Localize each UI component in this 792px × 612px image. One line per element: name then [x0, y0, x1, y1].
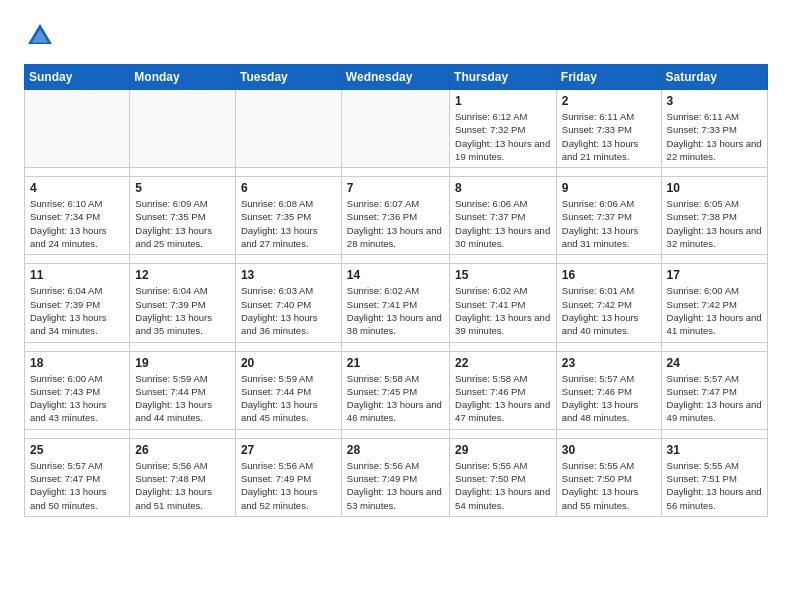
day-number: 15 [455, 268, 551, 282]
calendar-cell: 23Sunrise: 5:57 AM Sunset: 7:46 PM Dayli… [556, 351, 661, 429]
calendar-cell: 25Sunrise: 5:57 AM Sunset: 7:47 PM Dayli… [25, 438, 130, 516]
calendar-cell: 3Sunrise: 6:11 AM Sunset: 7:33 PM Daylig… [661, 90, 767, 168]
day-number: 1 [455, 94, 551, 108]
day-info: Sunrise: 6:03 AM Sunset: 7:40 PM Dayligh… [241, 284, 336, 337]
day-info: Sunrise: 6:12 AM Sunset: 7:32 PM Dayligh… [455, 110, 551, 163]
day-number: 11 [30, 268, 124, 282]
day-header-thursday: Thursday [450, 65, 557, 90]
calendar-cell: 6Sunrise: 6:08 AM Sunset: 7:35 PM Daylig… [235, 177, 341, 255]
day-number: 17 [667, 268, 762, 282]
calendar-cell: 30Sunrise: 5:55 AM Sunset: 7:50 PM Dayli… [556, 438, 661, 516]
day-info: Sunrise: 6:06 AM Sunset: 7:37 PM Dayligh… [455, 197, 551, 250]
day-info: Sunrise: 5:56 AM Sunset: 7:49 PM Dayligh… [347, 459, 444, 512]
calendar-cell: 4Sunrise: 6:10 AM Sunset: 7:34 PM Daylig… [25, 177, 130, 255]
day-number: 8 [455, 181, 551, 195]
day-info: Sunrise: 5:55 AM Sunset: 7:50 PM Dayligh… [562, 459, 656, 512]
calendar-cell: 20Sunrise: 5:59 AM Sunset: 7:44 PM Dayli… [235, 351, 341, 429]
day-info: Sunrise: 5:55 AM Sunset: 7:51 PM Dayligh… [667, 459, 762, 512]
calendar-cell: 5Sunrise: 6:09 AM Sunset: 7:35 PM Daylig… [130, 177, 236, 255]
day-number: 16 [562, 268, 656, 282]
calendar-cell: 26Sunrise: 5:56 AM Sunset: 7:48 PM Dayli… [130, 438, 236, 516]
day-header-sunday: Sunday [25, 65, 130, 90]
calendar-cell: 11Sunrise: 6:04 AM Sunset: 7:39 PM Dayli… [25, 264, 130, 342]
calendar-cell: 12Sunrise: 6:04 AM Sunset: 7:39 PM Dayli… [130, 264, 236, 342]
day-number: 2 [562, 94, 656, 108]
day-info: Sunrise: 6:04 AM Sunset: 7:39 PM Dayligh… [135, 284, 230, 337]
day-header-wednesday: Wednesday [341, 65, 449, 90]
calendar-cell: 9Sunrise: 6:06 AM Sunset: 7:37 PM Daylig… [556, 177, 661, 255]
calendar-cell: 1Sunrise: 6:12 AM Sunset: 7:32 PM Daylig… [450, 90, 557, 168]
day-info: Sunrise: 5:57 AM Sunset: 7:47 PM Dayligh… [30, 459, 124, 512]
day-number: 12 [135, 268, 230, 282]
day-number: 22 [455, 356, 551, 370]
calendar-week-row: 4Sunrise: 6:10 AM Sunset: 7:34 PM Daylig… [25, 177, 768, 255]
calendar-cell: 28Sunrise: 5:56 AM Sunset: 7:49 PM Dayli… [341, 438, 449, 516]
calendar-cell: 24Sunrise: 5:57 AM Sunset: 7:47 PM Dayli… [661, 351, 767, 429]
day-info: Sunrise: 6:06 AM Sunset: 7:37 PM Dayligh… [562, 197, 656, 250]
day-info: Sunrise: 6:05 AM Sunset: 7:38 PM Dayligh… [667, 197, 762, 250]
day-info: Sunrise: 6:09 AM Sunset: 7:35 PM Dayligh… [135, 197, 230, 250]
day-info: Sunrise: 6:00 AM Sunset: 7:43 PM Dayligh… [30, 372, 124, 425]
day-number: 18 [30, 356, 124, 370]
page: SundayMondayTuesdayWednesdayThursdayFrid… [0, 0, 792, 533]
calendar-cell: 16Sunrise: 6:01 AM Sunset: 7:42 PM Dayli… [556, 264, 661, 342]
day-number: 6 [241, 181, 336, 195]
day-info: Sunrise: 6:00 AM Sunset: 7:42 PM Dayligh… [667, 284, 762, 337]
day-number: 23 [562, 356, 656, 370]
day-info: Sunrise: 5:55 AM Sunset: 7:50 PM Dayligh… [455, 459, 551, 512]
day-info: Sunrise: 5:59 AM Sunset: 7:44 PM Dayligh… [135, 372, 230, 425]
day-number: 27 [241, 443, 336, 457]
calendar-week-row: 11Sunrise: 6:04 AM Sunset: 7:39 PM Dayli… [25, 264, 768, 342]
day-header-tuesday: Tuesday [235, 65, 341, 90]
calendar-cell: 31Sunrise: 5:55 AM Sunset: 7:51 PM Dayli… [661, 438, 767, 516]
day-info: Sunrise: 6:01 AM Sunset: 7:42 PM Dayligh… [562, 284, 656, 337]
day-header-saturday: Saturday [661, 65, 767, 90]
calendar-cell [341, 90, 449, 168]
calendar-cell: 27Sunrise: 5:56 AM Sunset: 7:49 PM Dayli… [235, 438, 341, 516]
calendar-header-row: SundayMondayTuesdayWednesdayThursdayFrid… [25, 65, 768, 90]
day-info: Sunrise: 6:04 AM Sunset: 7:39 PM Dayligh… [30, 284, 124, 337]
calendar-cell: 22Sunrise: 5:58 AM Sunset: 7:46 PM Dayli… [450, 351, 557, 429]
day-number: 9 [562, 181, 656, 195]
calendar-cell: 19Sunrise: 5:59 AM Sunset: 7:44 PM Dayli… [130, 351, 236, 429]
calendar-cell: 21Sunrise: 5:58 AM Sunset: 7:45 PM Dayli… [341, 351, 449, 429]
day-info: Sunrise: 6:10 AM Sunset: 7:34 PM Dayligh… [30, 197, 124, 250]
day-info: Sunrise: 5:58 AM Sunset: 7:46 PM Dayligh… [455, 372, 551, 425]
calendar-cell: 10Sunrise: 6:05 AM Sunset: 7:38 PM Dayli… [661, 177, 767, 255]
day-info: Sunrise: 5:56 AM Sunset: 7:49 PM Dayligh… [241, 459, 336, 512]
day-info: Sunrise: 5:56 AM Sunset: 7:48 PM Dayligh… [135, 459, 230, 512]
day-info: Sunrise: 6:02 AM Sunset: 7:41 PM Dayligh… [455, 284, 551, 337]
calendar-week-row: 25Sunrise: 5:57 AM Sunset: 7:47 PM Dayli… [25, 438, 768, 516]
day-info: Sunrise: 6:08 AM Sunset: 7:35 PM Dayligh… [241, 197, 336, 250]
day-info: Sunrise: 5:57 AM Sunset: 7:47 PM Dayligh… [667, 372, 762, 425]
calendar-cell: 15Sunrise: 6:02 AM Sunset: 7:41 PM Dayli… [450, 264, 557, 342]
day-info: Sunrise: 5:59 AM Sunset: 7:44 PM Dayligh… [241, 372, 336, 425]
header [24, 20, 768, 52]
calendar-cell: 29Sunrise: 5:55 AM Sunset: 7:50 PM Dayli… [450, 438, 557, 516]
calendar-cell [25, 90, 130, 168]
day-header-friday: Friday [556, 65, 661, 90]
logo-icon [24, 20, 56, 52]
calendar-cell: 7Sunrise: 6:07 AM Sunset: 7:36 PM Daylig… [341, 177, 449, 255]
day-number: 24 [667, 356, 762, 370]
day-number: 7 [347, 181, 444, 195]
day-number: 21 [347, 356, 444, 370]
day-info: Sunrise: 6:02 AM Sunset: 7:41 PM Dayligh… [347, 284, 444, 337]
calendar-cell [235, 90, 341, 168]
day-number: 25 [30, 443, 124, 457]
calendar-cell: 13Sunrise: 6:03 AM Sunset: 7:40 PM Dayli… [235, 264, 341, 342]
calendar-table: SundayMondayTuesdayWednesdayThursdayFrid… [24, 64, 768, 517]
day-header-monday: Monday [130, 65, 236, 90]
day-number: 30 [562, 443, 656, 457]
day-info: Sunrise: 5:58 AM Sunset: 7:45 PM Dayligh… [347, 372, 444, 425]
calendar-cell: 14Sunrise: 6:02 AM Sunset: 7:41 PM Dayli… [341, 264, 449, 342]
calendar-week-row: 18Sunrise: 6:00 AM Sunset: 7:43 PM Dayli… [25, 351, 768, 429]
day-number: 19 [135, 356, 230, 370]
day-number: 28 [347, 443, 444, 457]
day-number: 29 [455, 443, 551, 457]
day-number: 20 [241, 356, 336, 370]
day-info: Sunrise: 6:07 AM Sunset: 7:36 PM Dayligh… [347, 197, 444, 250]
day-info: Sunrise: 6:11 AM Sunset: 7:33 PM Dayligh… [562, 110, 656, 163]
calendar-week-row: 1Sunrise: 6:12 AM Sunset: 7:32 PM Daylig… [25, 90, 768, 168]
day-info: Sunrise: 5:57 AM Sunset: 7:46 PM Dayligh… [562, 372, 656, 425]
